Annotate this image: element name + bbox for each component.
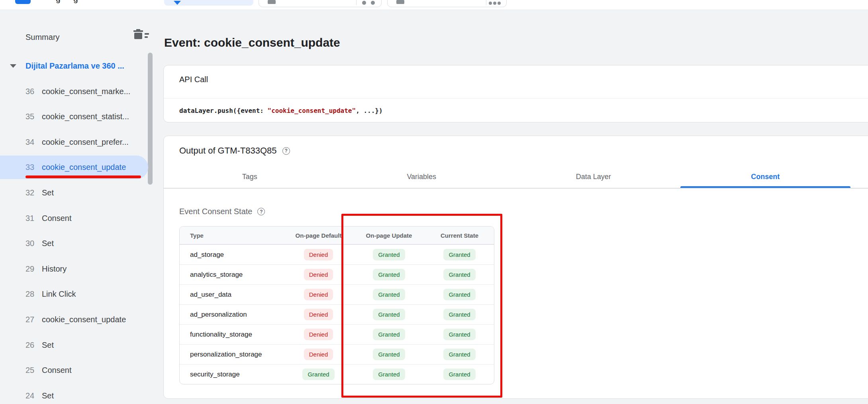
table-row: personalization_storage Denied Granted G… [180,344,494,364]
tab-variables[interactable]: Variables [336,166,508,188]
status-badge: Granted [373,309,405,320]
tab-consent[interactable]: Consent [680,166,852,188]
tag-assistant-debug-screen: g g Summary Dijital Pa [0,0,868,404]
sidebar-event-item[interactable]: 34 cookie_consent_prefer... [0,129,156,155]
summary-label[interactable]: Summary [25,33,60,42]
status-dot-icon [362,1,366,5]
card-divider [164,98,868,99]
sidebar-event-item[interactable]: 25 Consent [0,357,156,383]
sidebar-event-item[interactable]: 36 cookie_consent_marke... [0,79,156,104]
output-tabs: Tags Variables Data Layer Consent [164,166,851,188]
window-icon [396,0,404,4]
caret-down-icon [174,1,181,5]
clear-events-trash-icon[interactable] [133,29,148,41]
api-call-card: API Call dataLayer.push({event: "cookie_… [163,65,868,122]
sidebar-event-item[interactable]: 24 Set [0,383,156,404]
tab-data-layer[interactable]: Data Layer [507,166,680,188]
sidebar-event-item[interactable]: 31 Consent [0,205,156,231]
status-badge: Denied [304,289,333,300]
sidebar-event-item[interactable]: 32 Set [0,180,156,205]
code-string-literal: "cookie_consent_update" [268,107,356,114]
top-bar: g g [0,0,868,10]
table-row: security_storage Granted Granted Granted [180,364,494,384]
tabs-divider [164,188,868,189]
debug-domain-field-1[interactable] [259,0,382,7]
status-badge: Granted [443,349,475,360]
status-badge: Granted [373,329,405,340]
window-icon [268,0,276,4]
sidebar-event-item-selected[interactable]: 33 cookie_consent_update [0,154,156,180]
status-badge: Granted [302,369,334,380]
app-logo [15,0,31,4]
page-title: Event: cookie_consent_update [164,36,340,49]
status-badge: Denied [304,329,333,340]
sidebar-page-group[interactable]: Dijital Pazarlama ve 360 ... [0,53,156,79]
status-badge: Granted [443,269,475,280]
help-icon[interactable]: ? [282,147,290,155]
status-badge: Denied [304,349,333,360]
table-row: ad_storage Denied Granted Granted [180,244,494,264]
table-row: functionality_storage Denied Granted Gra… [180,324,494,344]
sidebar-event-item[interactable]: 28 Link Click [0,281,156,307]
sidebar-event-item[interactable]: 26 Set [0,332,156,358]
field-divider [356,0,357,5]
status-badge: Granted [373,289,405,300]
status-badge: Granted [443,309,475,320]
status-badge: Granted [373,369,405,380]
status-badge: Denied [304,269,333,280]
more-dots-icon [489,2,492,5]
table-header-row: Type On-page Default On-page Update Curr… [180,227,494,244]
field-divider [486,0,486,5]
status-badge: Granted [373,269,405,280]
status-badge: Granted [443,369,475,380]
status-badge: Denied [304,249,333,260]
page-group-label: Dijital Pazarlama ve 360 ... [25,61,124,71]
sidebar-event-item[interactable]: 29 History [0,256,156,282]
debug-domain-field-2[interactable] [387,0,507,7]
api-call-heading: API Call [179,75,208,84]
output-heading: Output of GTM-T833Q85 [179,146,277,156]
table-row: analytics_storage Denied Granted Granted [180,264,494,284]
sidebar-event-item[interactable]: 27 cookie_consent_update [0,307,156,332]
consent-section-title: Event Consent State [179,207,252,216]
table-row: ad_user_data Denied Granted Granted [180,284,494,304]
status-badge: Granted [373,249,405,260]
sidebar-event-item[interactable]: 35 cookie_consent_statist... [0,104,156,129]
consent-state-table: Type On-page Default On-page Update Curr… [179,226,494,384]
table-row: ad_personalization Denied Granted Grante… [180,304,494,324]
topbar-title-fragment: g [73,0,78,4]
status-badge: Granted [443,289,475,300]
topbar-title-fragment: g [56,0,61,4]
event-sidebar: Summary Dijital Pazarlama ve 360 ... 36 … [0,10,156,404]
sidebar-event-item[interactable]: 30 Set [0,231,156,256]
more-dots-icon [493,2,496,5]
help-icon[interactable]: ? [257,208,265,215]
summary-row: Summary [0,32,156,44]
status-badge: Granted [443,329,475,340]
status-badge: Granted [443,249,475,260]
connection-status-button[interactable] [164,0,253,6]
status-badge: Denied [304,309,333,320]
annotation-underline [25,175,141,178]
api-call-code: dataLayer.push({event: "cookie_consent_u… [179,107,383,114]
collapse-arrow-icon[interactable] [10,64,16,68]
more-dots-icon [498,2,501,5]
status-dot-icon [371,1,375,5]
tab-tags[interactable]: Tags [164,166,336,188]
status-badge: Granted [373,349,405,360]
container-output-card: Output of GTM-T833Q85 ? Tags Variables D… [163,136,868,399]
